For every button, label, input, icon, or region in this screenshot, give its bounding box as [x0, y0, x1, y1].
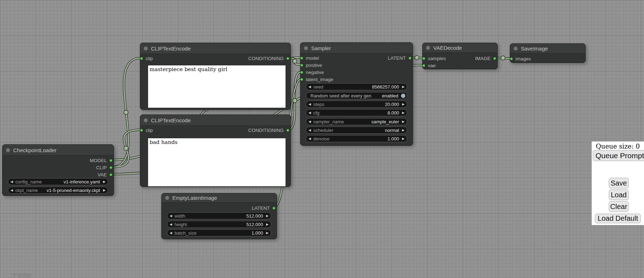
collapse-dot-icon[interactable] [165, 196, 169, 200]
left-arrow-icon[interactable]: ◀ [8, 180, 15, 183]
input-slot-vae[interactable]: vae [422, 62, 436, 69]
right-arrow-icon[interactable]: ▶ [400, 85, 407, 89]
output-dot-icon[interactable] [109, 159, 112, 162]
right-arrow-icon[interactable]: ▶ [101, 188, 108, 192]
collapse-dot-icon[interactable] [6, 148, 10, 152]
output-slot-vae[interactable]: VAE [98, 171, 112, 178]
output-slot-latent[interactable]: LATENT [388, 54, 412, 62]
right-arrow-icon[interactable]: ▶ [400, 111, 407, 114]
link-midpoint-dot[interactable] [293, 98, 297, 103]
node-cliptextencode-positive[interactable]: CLIPTextEncode clip CONDITIONING masterp… [140, 43, 291, 110]
clear-button[interactable]: Clear [609, 201, 629, 212]
input-dot-icon[interactable] [300, 78, 303, 81]
node-title-bar[interactable]: SaveImage [510, 44, 585, 54]
input-dot-icon[interactable] [422, 64, 425, 67]
output-slot-conditioning[interactable]: CONDITIONING [248, 127, 289, 134]
input-slot-latent-image[interactable]: latent_image [300, 76, 333, 83]
left-arrow-icon[interactable]: ◀ [306, 102, 313, 106]
widget-random-seed-toggle[interactable]: Random seed after every gen enabled [306, 92, 407, 99]
link-midpoint-dot[interactable] [124, 110, 128, 114]
prompt-textarea-positive[interactable]: masterpiece best quality girl [148, 65, 286, 108]
node-title-bar[interactable]: VAEDecode [423, 43, 497, 53]
right-arrow-icon[interactable]: ▶ [101, 180, 108, 183]
collapse-dot-icon[interactable] [514, 47, 518, 50]
input-dot-icon[interactable] [300, 71, 303, 74]
collapse-dot-icon[interactable] [304, 46, 308, 50]
widget-sampler-name[interactable]: ◀ sampler_name sample_euler ▶ [306, 118, 407, 125]
right-arrow-icon[interactable]: ▶ [264, 223, 271, 226]
node-sampler[interactable]: Sampler model LATENT positive negative l… [300, 42, 413, 146]
widget-cfg[interactable]: ◀ cfg 8.000 ▶ [306, 109, 407, 116]
input-dot-icon[interactable] [510, 57, 513, 60]
left-arrow-icon[interactable]: ◀ [167, 231, 174, 235]
load-button[interactable]: Load [609, 189, 629, 200]
input-slot-clip[interactable]: clip [140, 55, 153, 62]
left-arrow-icon[interactable]: ◀ [306, 111, 313, 114]
link-midpoint-dot[interactable] [501, 56, 505, 60]
node-title-bar[interactable]: CLIPTextEncode [140, 43, 290, 54]
output-slot-latent[interactable]: LATENT [252, 204, 276, 212]
left-arrow-icon[interactable]: ◀ [306, 137, 313, 140]
input-dot-icon[interactable] [300, 64, 303, 67]
left-arrow-icon[interactable]: ◀ [306, 85, 313, 89]
input-dot-icon[interactable] [140, 129, 143, 132]
widget-denoise[interactable]: ◀ denoise 1.000 ▶ [306, 135, 407, 142]
right-arrow-icon[interactable]: ▶ [400, 128, 407, 132]
load-default-button[interactable]: Load Default [595, 214, 641, 223]
output-dot-icon[interactable] [408, 57, 412, 60]
widget-ckpt-name[interactable]: ◀ ckpt_name v1-5-pruned-emaonly.ckpt ▶ [8, 187, 108, 194]
toggle-dot-icon[interactable] [401, 93, 405, 98]
node-cliptextencode-negative[interactable]: CLIPTextEncode clip CONDITIONING bad han… [140, 114, 291, 187]
input-slot-positive[interactable]: positive [300, 62, 322, 69]
widget-steps[interactable]: ◀ steps 20.000 ▶ [306, 101, 407, 108]
node-vaedecode[interactable]: VAEDecode samples IMAGE vae [422, 43, 498, 69]
input-slot-samples[interactable]: samples [422, 55, 446, 62]
output-dot-icon[interactable] [109, 173, 112, 176]
node-checkpointloader[interactable]: CheckpointLoader MODEL CLIP VAE ◀ config… [2, 144, 114, 196]
output-slot-model[interactable]: MODEL [90, 157, 112, 164]
left-arrow-icon[interactable]: ◀ [8, 188, 15, 192]
widget-width[interactable]: ◀ width 512.000 ▶ [167, 212, 271, 219]
node-saveimage[interactable]: SaveImage images [510, 43, 586, 63]
output-dot-icon[interactable] [272, 207, 276, 210]
collapse-dot-icon[interactable] [426, 46, 430, 50]
left-arrow-icon[interactable]: ◀ [167, 214, 174, 218]
collapse-dot-icon[interactable] [144, 118, 148, 122]
node-title-bar[interactable]: CLIPTextEncode [140, 115, 290, 126]
output-slot-image[interactable]: IMAGE [475, 55, 496, 62]
right-arrow-icon[interactable]: ▶ [264, 214, 271, 218]
input-slot-model[interactable]: model [300, 54, 319, 62]
left-arrow-icon[interactable]: ◀ [306, 128, 313, 132]
widget-scheduler[interactable]: ◀ scheduler normal ▶ [306, 127, 407, 134]
input-slot-negative[interactable]: negative [300, 69, 324, 76]
node-title-bar[interactable]: EmptyLatentImage [162, 193, 277, 203]
left-arrow-icon[interactable]: ◀ [306, 120, 313, 123]
node-title-bar[interactable]: CheckpointLoader [2, 145, 114, 156]
collapse-dot-icon[interactable] [144, 47, 148, 50]
prompt-textarea-negative[interactable]: bad hands [148, 138, 286, 186]
right-arrow-icon[interactable]: ▶ [400, 102, 407, 106]
left-arrow-icon[interactable]: ◀ [167, 223, 174, 226]
link-midpoint-dot[interactable] [415, 55, 419, 60]
widget-height[interactable]: ◀ height 512.000 ▶ [167, 221, 271, 228]
right-arrow-icon[interactable]: ▶ [400, 137, 407, 140]
output-slot-clip[interactable]: CLIP [96, 164, 112, 171]
output-dot-icon[interactable] [493, 57, 496, 60]
comfyui-canvas[interactable]: { "icons": { "left_arrow": "\u25c0", "ri… [0, 0, 644, 278]
input-dot-icon[interactable] [422, 57, 425, 60]
output-dot-icon[interactable] [286, 129, 289, 132]
output-dot-icon[interactable] [109, 166, 112, 169]
save-button[interactable]: Save [609, 178, 629, 188]
output-slot-conditioning[interactable]: CONDITIONING [248, 55, 289, 62]
widget-seed[interactable]: ◀ seed 8566257.000 ▶ [306, 83, 407, 90]
output-dot-icon[interactable] [286, 57, 289, 60]
right-arrow-icon[interactable]: ▶ [400, 120, 407, 123]
widget-batch-size[interactable]: ◀ batch_size 1.000 ▶ [167, 229, 271, 236]
node-title-bar[interactable]: Sampler [300, 43, 413, 54]
input-slot-clip[interactable]: clip [140, 127, 153, 134]
input-slot-images[interactable]: images [510, 55, 531, 62]
link-midpoint-dot[interactable] [293, 59, 297, 63]
widget-config-name[interactable]: ◀ config_name v1-inference.yaml ▶ [8, 178, 108, 185]
node-emptylatentimage[interactable]: EmptyLatentImage LATENT ◀ width 512.000 … [161, 193, 277, 239]
input-dot-icon[interactable] [140, 57, 143, 60]
